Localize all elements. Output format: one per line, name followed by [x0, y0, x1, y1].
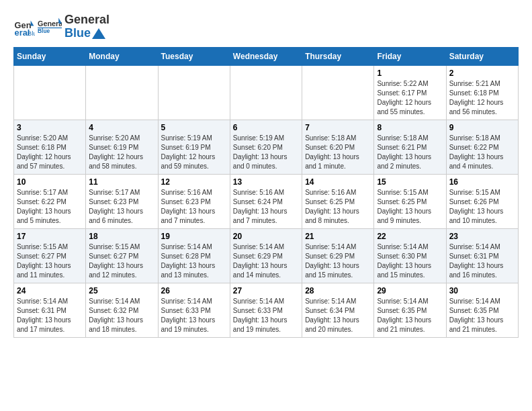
- day-number: 12: [161, 177, 227, 187]
- calendar-day-cell: [230, 65, 302, 120]
- calendar-day-cell: 8Sunrise: 5:18 AM Sunset: 6:21 PM Daylig…: [374, 120, 446, 174]
- day-info: Sunrise: 5:16 AM Sunset: 6:23 PM Dayligh…: [161, 188, 227, 226]
- day-number: 19: [161, 232, 227, 241]
- day-number: 3: [17, 123, 83, 132]
- calendar-day-cell: 17Sunrise: 5:15 AM Sunset: 6:27 PM Dayli…: [14, 228, 86, 283]
- day-number: 4: [89, 123, 154, 132]
- day-info: Sunrise: 5:18 AM Sunset: 6:20 PM Dayligh…: [305, 134, 371, 171]
- calendar-day-cell: 10Sunrise: 5:17 AM Sunset: 6:22 PM Dayli…: [14, 174, 86, 228]
- calendar-day-cell: 9Sunrise: 5:18 AM Sunset: 6:22 PM Daylig…: [446, 120, 518, 174]
- day-info: Sunrise: 5:18 AM Sunset: 6:22 PM Dayligh…: [449, 134, 515, 171]
- calendar-day-cell: 4Sunrise: 5:20 AM Sunset: 6:19 PM Daylig…: [86, 120, 158, 174]
- day-info: Sunrise: 5:15 AM Sunset: 6:26 PM Dayligh…: [449, 188, 515, 226]
- weekday-header-friday: Friday: [374, 47, 446, 65]
- day-info: Sunrise: 5:14 AM Sunset: 6:28 PM Dayligh…: [161, 242, 227, 280]
- day-info: Sunrise: 5:15 AM Sunset: 6:27 PM Dayligh…: [17, 242, 83, 280]
- svg-marker-8: [92, 28, 105, 39]
- weekday-header-tuesday: Tuesday: [158, 47, 230, 65]
- day-info: Sunrise: 5:14 AM Sunset: 6:31 PM Dayligh…: [17, 297, 83, 334]
- day-info: Sunrise: 5:15 AM Sunset: 6:27 PM Dayligh…: [89, 242, 154, 280]
- svg-text:Blue: Blue: [38, 28, 50, 34]
- day-number: 23: [449, 232, 515, 241]
- calendar-day-cell: 5Sunrise: 5:19 AM Sunset: 6:19 PM Daylig…: [158, 120, 230, 174]
- calendar-week-4: 17Sunrise: 5:15 AM Sunset: 6:27 PM Dayli…: [14, 228, 519, 283]
- day-number: 18: [89, 232, 154, 241]
- logo-graphic: General Blue: [38, 15, 62, 39]
- day-number: 10: [17, 177, 83, 187]
- calendar-day-cell: 6Sunrise: 5:19 AM Sunset: 6:20 PM Daylig…: [230, 120, 302, 174]
- calendar-day-cell: 29Sunrise: 5:14 AM Sunset: 6:35 PM Dayli…: [374, 283, 446, 337]
- day-info: Sunrise: 5:17 AM Sunset: 6:23 PM Dayligh…: [89, 188, 154, 226]
- calendar-day-cell: 23Sunrise: 5:14 AM Sunset: 6:31 PM Dayli…: [446, 228, 518, 283]
- day-number: 21: [305, 232, 371, 241]
- day-info: Sunrise: 5:21 AM Sunset: 6:18 PM Dayligh…: [449, 79, 515, 117]
- day-number: 30: [449, 286, 515, 295]
- day-number: 24: [17, 286, 83, 295]
- weekday-header-thursday: Thursday: [302, 47, 374, 65]
- day-number: 2: [449, 68, 515, 78]
- calendar-day-cell: 27Sunrise: 5:14 AM Sunset: 6:33 PM Dayli…: [230, 283, 302, 337]
- calendar-day-cell: 1Sunrise: 5:22 AM Sunset: 6:17 PM Daylig…: [374, 65, 446, 120]
- weekday-header-wednesday: Wednesday: [230, 47, 302, 65]
- calendar-day-cell: 22Sunrise: 5:14 AM Sunset: 6:30 PM Dayli…: [374, 228, 446, 283]
- day-info: Sunrise: 5:16 AM Sunset: 6:24 PM Dayligh…: [233, 188, 299, 226]
- day-number: 17: [17, 232, 83, 241]
- day-number: 29: [377, 286, 443, 295]
- day-info: Sunrise: 5:18 AM Sunset: 6:21 PM Dayligh…: [377, 134, 443, 171]
- day-number: 20: [233, 232, 299, 241]
- day-info: Sunrise: 5:14 AM Sunset: 6:29 PM Dayligh…: [305, 242, 371, 280]
- day-info: Sunrise: 5:19 AM Sunset: 6:20 PM Dayligh…: [233, 134, 299, 171]
- calendar-week-3: 10Sunrise: 5:17 AM Sunset: 6:22 PM Dayli…: [14, 174, 519, 228]
- logo-icon: Gen eral Blue: [13, 16, 35, 38]
- weekday-header-sunday: Sunday: [14, 47, 86, 65]
- day-number: 13: [233, 177, 299, 187]
- day-number: 1: [377, 68, 443, 78]
- day-number: 9: [449, 123, 515, 132]
- logo-text-general: General: [64, 13, 109, 27]
- calendar-day-cell: 16Sunrise: 5:15 AM Sunset: 6:26 PM Dayli…: [446, 174, 518, 228]
- calendar-day-cell: [302, 65, 374, 120]
- day-info: Sunrise: 5:22 AM Sunset: 6:17 PM Dayligh…: [377, 79, 443, 117]
- day-info: Sunrise: 5:14 AM Sunset: 6:35 PM Dayligh…: [377, 297, 443, 334]
- svg-text:General: General: [38, 19, 62, 27]
- calendar-day-cell: 20Sunrise: 5:14 AM Sunset: 6:29 PM Dayli…: [230, 228, 302, 283]
- day-number: 6: [233, 123, 299, 132]
- day-info: Sunrise: 5:20 AM Sunset: 6:18 PM Dayligh…: [17, 134, 83, 171]
- day-info: Sunrise: 5:14 AM Sunset: 6:31 PM Dayligh…: [449, 242, 515, 280]
- calendar-week-5: 24Sunrise: 5:14 AM Sunset: 6:31 PM Dayli…: [14, 283, 519, 337]
- day-number: 11: [89, 177, 154, 187]
- calendar-day-cell: [158, 65, 230, 120]
- day-info: Sunrise: 5:14 AM Sunset: 6:29 PM Dayligh…: [233, 242, 299, 280]
- logo: Gen eral Blue General Blue General Blue: [13, 13, 109, 40]
- day-number: 28: [305, 286, 371, 295]
- calendar-day-cell: 28Sunrise: 5:14 AM Sunset: 6:34 PM Dayli…: [302, 283, 374, 337]
- calendar-day-cell: 26Sunrise: 5:14 AM Sunset: 6:33 PM Dayli…: [158, 283, 230, 337]
- day-info: Sunrise: 5:14 AM Sunset: 6:33 PM Dayligh…: [233, 297, 299, 334]
- day-info: Sunrise: 5:15 AM Sunset: 6:25 PM Dayligh…: [377, 188, 443, 226]
- logo-text-blue: Blue: [64, 27, 109, 40]
- calendar-day-cell: [86, 65, 158, 120]
- weekday-header-saturday: Saturday: [446, 47, 518, 65]
- calendar-day-cell: 12Sunrise: 5:16 AM Sunset: 6:23 PM Dayli…: [158, 174, 230, 228]
- calendar-day-cell: 24Sunrise: 5:14 AM Sunset: 6:31 PM Dayli…: [14, 283, 86, 337]
- day-number: 14: [305, 177, 371, 187]
- day-info: Sunrise: 5:14 AM Sunset: 6:33 PM Dayligh…: [161, 297, 227, 334]
- day-info: Sunrise: 5:19 AM Sunset: 6:19 PM Dayligh…: [161, 134, 227, 171]
- day-info: Sunrise: 5:14 AM Sunset: 6:32 PM Dayligh…: [89, 297, 154, 334]
- calendar-day-cell: 2Sunrise: 5:21 AM Sunset: 6:18 PM Daylig…: [446, 65, 518, 120]
- day-info: Sunrise: 5:16 AM Sunset: 6:25 PM Dayligh…: [305, 188, 371, 226]
- day-number: 8: [377, 123, 443, 132]
- calendar-day-cell: 18Sunrise: 5:15 AM Sunset: 6:27 PM Dayli…: [86, 228, 158, 283]
- calendar-day-cell: 21Sunrise: 5:14 AM Sunset: 6:29 PM Dayli…: [302, 228, 374, 283]
- calendar-day-cell: 13Sunrise: 5:16 AM Sunset: 6:24 PM Dayli…: [230, 174, 302, 228]
- calendar-day-cell: 19Sunrise: 5:14 AM Sunset: 6:28 PM Dayli…: [158, 228, 230, 283]
- day-info: Sunrise: 5:17 AM Sunset: 6:22 PM Dayligh…: [17, 188, 83, 226]
- svg-text:Blue: Blue: [28, 30, 35, 37]
- day-number: 22: [377, 232, 443, 241]
- calendar-week-1: 1Sunrise: 5:22 AM Sunset: 6:17 PM Daylig…: [14, 65, 519, 120]
- calendar-day-cell: 25Sunrise: 5:14 AM Sunset: 6:32 PM Dayli…: [86, 283, 158, 337]
- calendar-day-cell: 3Sunrise: 5:20 AM Sunset: 6:18 PM Daylig…: [14, 120, 86, 174]
- calendar-week-2: 3Sunrise: 5:20 AM Sunset: 6:18 PM Daylig…: [14, 120, 519, 174]
- day-number: 26: [161, 286, 227, 295]
- calendar-table: SundayMondayTuesdayWednesdayThursdayFrid…: [13, 47, 519, 338]
